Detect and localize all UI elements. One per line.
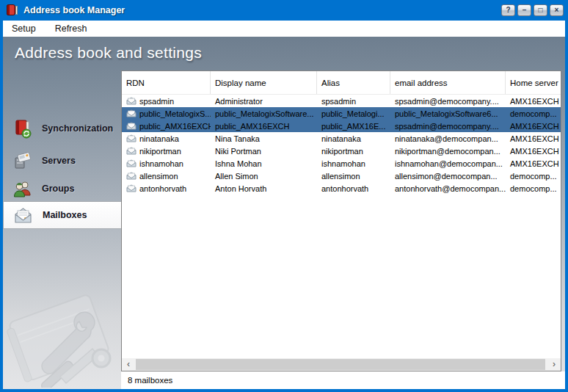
cell-alias: ninatanaka [317, 132, 390, 145]
mailbox-list-panel: RDN Display name Alias email address Hom… [121, 70, 561, 371]
cell-rdn: spsadmin [122, 95, 211, 107]
table-header: RDN Display name Alias email address Hom… [122, 71, 561, 95]
mailbox-row-icon [126, 134, 136, 142]
sidebar: Synchronization Servers Gr [3, 70, 121, 389]
menu-setup[interactable]: Setup [12, 23, 36, 34]
sync-book-icon [12, 119, 32, 139]
cell-display-name: Nina Tanaka [211, 132, 317, 145]
cell-display-name: public_AMX16EXCH [211, 120, 317, 132]
mailbox-row-icon [126, 109, 136, 117]
sidebar-item-label: Servers [42, 156, 76, 166]
sidebar-item-groups[interactable]: Groups [3, 175, 121, 203]
mailbox-row-icon [126, 159, 136, 167]
cell-display-name: Allen Simon [211, 170, 317, 182]
table-row[interactable]: nikiportmanNiki Portmannikiportmannikipo… [122, 145, 561, 157]
table-row[interactable]: ninatanakaNina Tanakaninatanakaninatanak… [122, 132, 561, 145]
cell-email: antonhorvath@democompan... [390, 182, 506, 195]
table-row[interactable]: public_AMX16EXCHpublic_AMX16EXCHpublic_A… [122, 120, 561, 132]
cell-email: public_MetalogixSoftware6... [390, 107, 506, 120]
scrollbar-thumb[interactable] [136, 359, 545, 370]
cell-email: ishnamohan@democompan... [390, 157, 506, 170]
cell-rdn: ishnamohan [122, 157, 211, 170]
table-row[interactable]: allensimonAllen Simonallensimonallensimo… [122, 170, 561, 182]
mailbox-row-icon [126, 147, 136, 155]
horizontal-scrollbar[interactable]: ‹ › [122, 358, 561, 371]
title-bar: Address book Manager ? – □ × [0, 0, 568, 21]
cell-rdn: nikiportman [122, 145, 211, 157]
cell-home-server: AMX16EXCH [506, 132, 561, 145]
mailbox-count: 8 mailboxes [121, 371, 565, 385]
cell-home-server: AMX16EXCH [506, 95, 561, 107]
table-row[interactable]: public_MetalogixS...public_MetalogixSoft… [122, 107, 561, 120]
cell-alias: nikiportman [317, 145, 390, 157]
scroll-left-arrow-icon[interactable]: ‹ [122, 358, 135, 371]
close-button[interactable]: × [550, 4, 564, 16]
server-icon [12, 151, 32, 171]
page-title: Address book and settings [3, 37, 565, 62]
mailbox-row-icon [126, 172, 136, 180]
cell-home-server: AMX16EXCH [506, 120, 561, 132]
cell-home-server: democomp... [506, 182, 561, 195]
cell-email: allensimon@democompan... [390, 170, 506, 182]
table-row[interactable]: antonhorvathAnton Horvathantonhorvathant… [122, 182, 561, 195]
sidebar-item-synchronization[interactable]: Synchronization [3, 115, 121, 142]
red-book-icon [6, 4, 18, 17]
mailbox-row-icon [126, 184, 136, 192]
cell-rdn: ninatanaka [122, 132, 211, 145]
column-header-rdn[interactable]: RDN [122, 71, 211, 94]
maximize-button[interactable]: □ [534, 4, 547, 16]
cell-alias: public_Metalogi... [317, 107, 390, 120]
cell-home-server: AMX16EXCH [506, 145, 561, 157]
table-body: spsadminAdministratorspsadminspsadmin@de… [122, 95, 561, 195]
cell-home-server: democomp... [506, 107, 561, 120]
cell-email: ninatanaka@democompan... [390, 132, 506, 145]
column-header-email[interactable]: email address [390, 71, 506, 94]
mailbox-row-icon [126, 122, 136, 130]
column-header-alias[interactable]: Alias [317, 71, 390, 94]
cell-home-server: AMX16EXCH [506, 157, 561, 170]
body-area: Address book and settings [3, 37, 565, 389]
cell-home-server: democomp... [506, 170, 561, 182]
cell-email: nikiportman@democompan... [390, 145, 506, 157]
cell-rdn: antonhorvath [122, 182, 211, 195]
table-row[interactable]: ishnamohanIshna Mohanishnamohanishnamoha… [122, 157, 561, 170]
groups-icon [12, 179, 32, 199]
cell-rdn: public_MetalogixS... [122, 107, 211, 120]
menu-refresh[interactable]: Refresh [55, 23, 87, 34]
cell-display-name: Niki Portman [211, 145, 317, 157]
status-bar: 8 mailboxes [121, 371, 565, 389]
sidebar-item-servers[interactable]: Servers [3, 147, 121, 175]
window-title: Address book Manager [23, 5, 125, 15]
cell-display-name: Anton Horvath [211, 182, 317, 195]
cell-alias: public_AMX16E... [317, 120, 390, 132]
scroll-right-arrow-icon[interactable]: › [547, 358, 561, 371]
cell-alias: spsadmin [317, 95, 390, 107]
sidebar-item-mailboxes[interactable]: Mailboxes [3, 201, 122, 229]
column-header-home-server[interactable]: Home server [506, 71, 561, 94]
mailbox-row-icon [126, 97, 136, 105]
cell-display-name: public_MetalogixSoftware... [211, 107, 317, 120]
help-button[interactable]: ? [501, 4, 515, 16]
cell-alias: ishnamohan [317, 157, 390, 170]
minimize-button[interactable]: – [517, 4, 531, 16]
cell-rdn: allensimon [122, 170, 211, 182]
column-header-display-name[interactable]: Display name [211, 71, 317, 94]
sidebar-item-label: Mailboxes [43, 210, 87, 220]
cell-display-name: Administrator [211, 95, 317, 107]
cell-alias: antonhorvath [317, 182, 390, 195]
cell-email: spsadmin@democompany.... [390, 95, 506, 107]
cell-display-name: Ishna Mohan [211, 157, 317, 170]
menu-bar: Setup Refresh [3, 21, 565, 37]
cell-rdn: public_AMX16EXCH [122, 120, 211, 132]
table-row[interactable]: spsadminAdministratorspsadminspsadmin@de… [122, 95, 561, 107]
sidebar-item-label: Groups [42, 184, 74, 194]
cell-alias: allensimon [317, 170, 390, 182]
cell-email: spsadmin@democompany.... [390, 120, 506, 132]
sidebar-item-label: Synchronization [42, 123, 113, 134]
open-envelope-icon [13, 206, 33, 225]
